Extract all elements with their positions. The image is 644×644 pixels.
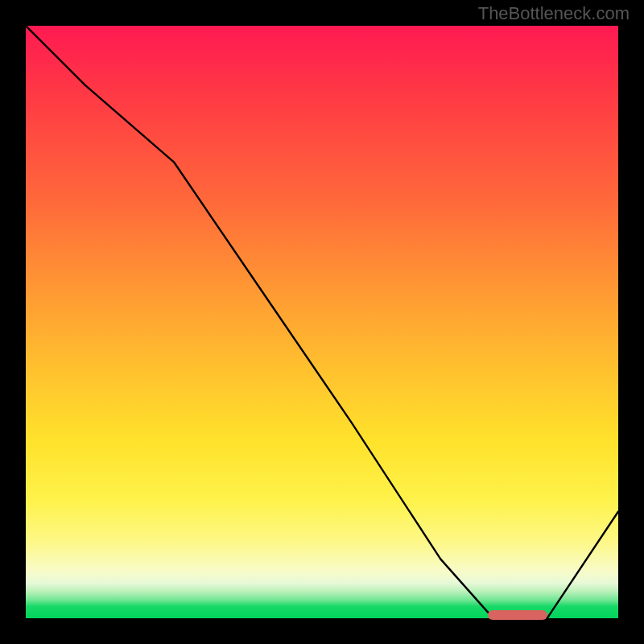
watermark-text: TheBottleneck.com (478, 3, 630, 24)
plot-area (26, 26, 618, 618)
optimal-range-marker (488, 610, 547, 620)
chart-stage: TheBottleneck.com (0, 0, 644, 644)
background-gradient (26, 26, 618, 618)
